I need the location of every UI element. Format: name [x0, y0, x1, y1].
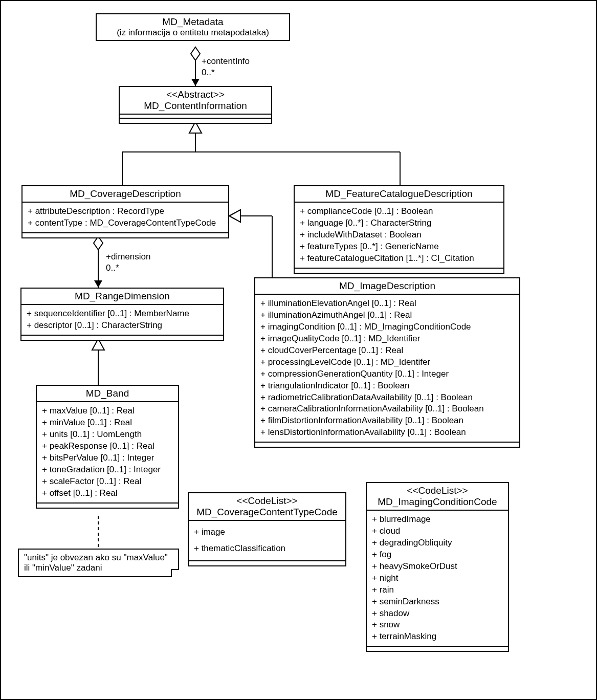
svg-marker-10 — [94, 280, 102, 288]
class-md-imagingconditioncode: <<CodeList>> MD_ImagingConditionCode + b… — [366, 482, 509, 652]
attr: + complianceCode [0..1] : Boolean — [300, 206, 498, 217]
class-name: MD_ImageDescription — [259, 280, 515, 292]
attr: + imagingCondition [0..1] : MD_ImagingCo… — [260, 321, 514, 333]
label-contentinfo-role: +contentInfo — [202, 56, 250, 67]
attr: + illuminationElevationAngel [0..1] : Re… — [260, 298, 514, 310]
class-md-metadata: MD_Metadata (iz informacija o entitetu m… — [96, 13, 290, 41]
class-name: MD_RangeDimension — [26, 291, 219, 302]
attr: + includeWithDataset : Boolean — [300, 229, 498, 241]
attr-compartment: + blurredImage + cloud + degradingObliqu… — [367, 511, 508, 647]
attr: + cloud — [372, 526, 503, 537]
attr: + maxValue [0..1] : Real — [42, 405, 173, 417]
constraint-note: "units" je obvezan ako su "maxValue" ili… — [18, 549, 179, 577]
attr: + lensDistortionInformationAvailability … — [260, 427, 514, 439]
attr: + heavySmokeOrDust — [372, 561, 503, 573]
class-md-rangedimension: MD_RangeDimension + sequenceIdentifier [… — [20, 288, 224, 341]
attr: + night — [372, 573, 503, 584]
class-name: MD_FeatureCatalogueDescription — [299, 188, 499, 200]
class-name: MD_Metadata — [101, 16, 285, 28]
attr: + snow — [372, 619, 503, 631]
attr: + imageQualityCode [0..1] : MD_Identifie… — [260, 333, 514, 345]
class-stereotype: <<CodeList>> — [193, 495, 341, 507]
attr-compartment: + attributeDescription : RecordType + co… — [23, 203, 228, 233]
class-md-band: MD_Band + maxValue [0..1] : Real + minVa… — [36, 385, 179, 509]
attr: + offset [0..1] : Real — [42, 488, 173, 499]
attr: + thematicClassification — [194, 540, 340, 557]
note-line: ili "minValue" zadani — [24, 563, 173, 573]
class-name: MD_ContentInformation — [124, 100, 267, 112]
attr: + language [0..*] : CharacterString — [300, 217, 498, 229]
attr: + radiometricCalibrationDataAvailability… — [260, 392, 514, 404]
attr: + scaleFactor [0..1] : Real — [42, 476, 173, 488]
class-md-contentinformation: <<Abstract>> MD_ContentInformation — [119, 86, 272, 124]
attr: + shadow — [372, 608, 503, 620]
attr-compartment: + image + thematicClassification — [189, 521, 345, 561]
class-stereotype: <<CodeList>> — [371, 485, 504, 496]
class-name: MD_CoverageContentTypeCode — [193, 507, 341, 518]
attr: + filmDistortionInformationAvailability … — [260, 415, 514, 427]
attr: + terrainMasking — [372, 631, 503, 643]
svg-marker-1 — [191, 47, 200, 60]
label-contentinfo-mult: 0..* — [202, 68, 215, 78]
note-line: "units" je obvezan ako su "maxValue" — [24, 553, 173, 563]
attr: + processingLevelCode [0..1] : MD_Identi… — [260, 357, 514, 368]
attr: + illuminationAzimuthAngel [0..1] : Real — [260, 310, 514, 321]
label-dimension-mult: 0..* — [106, 263, 119, 273]
uml-diagram: +contentInfo 0..* +dimension 0..* MD_Met… — [0, 0, 597, 700]
attr: + seminDarkness — [372, 596, 503, 608]
attr-compartment: + illuminationElevationAngel [0..1] : Re… — [255, 295, 519, 443]
class-subtitle: (iz informacija o entitetu metapodataka) — [101, 28, 285, 38]
class-md-coveragedescription: MD_CoverageDescription + attributeDescri… — [21, 185, 229, 238]
attr: + bitsPerValue [0..1] : Integer — [42, 452, 173, 464]
attr: + contentType : MD_CoverageContentTypeCo… — [28, 217, 223, 229]
svg-marker-2 — [191, 79, 200, 86]
svg-marker-9 — [94, 236, 103, 250]
attr: + cloudCoverPercentage [0..1] : Real — [260, 345, 514, 357]
attr: + peakResponse [0..1] : Real — [42, 441, 173, 452]
class-stereotype: <<Abstract>> — [124, 89, 267, 100]
attr: + degradingObliquity — [372, 537, 503, 549]
attr: + toneGradation [0..1] : Integer — [42, 464, 173, 476]
attr-compartment: + maxValue [0..1] : Real + minValue [0..… — [37, 402, 178, 504]
class-name: MD_CoverageDescription — [27, 188, 224, 200]
class-md-coveragecontenttypecode: <<CodeList>> MD_CoverageContentTypeCode … — [188, 492, 346, 566]
attr: + descriptor [0..1] : CharacterString — [27, 320, 218, 332]
attr: + triangulationIndicator [0..1] : Boolea… — [260, 380, 514, 392]
attr: + sequenceIdentifier [0..1] : MemberName — [27, 308, 218, 320]
attr-compartment: + sequenceIdentifier [0..1] : MemberName… — [21, 305, 223, 336]
class-md-featurecataloguedescription: MD_FeatureCatalogueDescription + complia… — [294, 185, 504, 274]
class-name: MD_Band — [41, 388, 174, 399]
class-name: MD_ImagingConditionCode — [371, 496, 504, 508]
class-md-imagedescription: MD_ImageDescription + illuminationElevat… — [254, 277, 520, 448]
svg-marker-11 — [229, 210, 240, 222]
attr: + featureCatalogueCitation [1..*] : CI_C… — [300, 253, 498, 265]
label-dimension-role: +dimension — [106, 252, 150, 262]
attr-compartment: + complianceCode [0..1] : Boolean + lang… — [295, 203, 503, 269]
attr: + rain — [372, 584, 503, 596]
attr: + image — [194, 524, 340, 540]
attr: + blurredImage — [372, 514, 503, 526]
attr: + minValue [0..1] : Real — [42, 417, 173, 429]
attr: + cameraCalibrationInformationAvailabili… — [260, 403, 514, 415]
attr: + compressionGenerationQuantity [0..1] :… — [260, 368, 514, 380]
attr: + featureTypes [0..*] : GenericName — [300, 241, 498, 253]
attr: + attributeDescription : RecordType — [28, 206, 223, 217]
attr: + units [0..1] : UomLength — [42, 429, 173, 441]
attr: + fog — [372, 549, 503, 561]
